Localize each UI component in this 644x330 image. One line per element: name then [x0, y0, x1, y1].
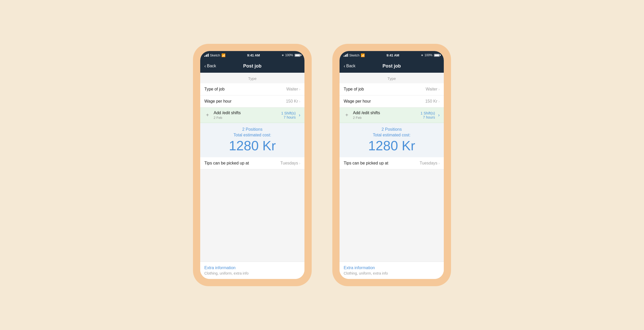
extra-section-2[interactable]: Extra information Clothing, uniform, ext…: [340, 262, 444, 279]
chevron-right-icon-2: ›: [438, 87, 440, 91]
type-of-job-row-2[interactable]: Type of job Waiter ›: [340, 83, 444, 95]
wifi-icon-2: 📶: [361, 53, 365, 57]
signal-bars-icon-2: [344, 54, 348, 57]
battery-percent-2: 100%: [424, 53, 432, 57]
nav-title-2: Post job: [383, 63, 401, 69]
tips-row-2[interactable]: Tips can be picked up at Tuesdays ›: [340, 157, 444, 169]
shifts-count-main-2: 1 Shift(s): [421, 111, 435, 115]
extra-section-1[interactable]: Extra information Clothing, uniform, ext…: [200, 262, 304, 279]
tips-group-1: Tips can be picked up at Tuesdays ›: [200, 157, 304, 169]
wage-per-hour-label-2: Wage per hour: [344, 99, 371, 104]
shifts-chevron-icon-2: ›: [438, 112, 440, 118]
phone-1: Sketch 📶 9:41 AM ∗ 100% ‹ Back Post job: [193, 44, 312, 286]
tips-label-2: Tips can be picked up at: [344, 161, 388, 166]
battery-icon-2: [434, 54, 440, 57]
content-2: Type Type of job Waiter › Wage per hour …: [340, 73, 444, 279]
back-label-2: Back: [346, 64, 356, 68]
content-1: Type Type of job Waiter › Wage per hour …: [200, 73, 304, 279]
status-right-1: ∗ 100%: [281, 53, 300, 57]
phone-1-screen: Sketch 📶 9:41 AM ∗ 100% ‹ Back Post job: [200, 51, 304, 279]
type-of-job-label-1: Type of job: [204, 87, 224, 92]
status-bar-2: Sketch 📶 9:41 AM ∗ 100%: [340, 51, 444, 59]
chevron-right-icon: ›: [299, 87, 300, 91]
wage-per-hour-label-1: Wage per hour: [204, 99, 231, 104]
extra-subtitle-1: Clothing, uniform, extra info: [204, 271, 300, 275]
tips-row-1[interactable]: Tips can be picked up at Tuesdays ›: [200, 157, 304, 169]
phone-2-screen: Sketch 📶 9:41 AM ∗ 100% ‹ Back Post job: [340, 51, 444, 279]
list-group-1: Type of job Waiter › Wage per hour 150 K…: [200, 83, 304, 108]
shifts-title-1: Add /edit shifts: [214, 111, 278, 115]
shifts-row-1[interactable]: + Add /edit shifts 2 Feb 1 Shift(s) 7 ho…: [200, 108, 304, 123]
extra-subtitle-2: Clothing, uniform, extra info: [344, 271, 440, 275]
wage-per-hour-row-2[interactable]: Wage per hour 150 Kr ›: [340, 95, 444, 108]
back-chevron-icon-2: ‹: [344, 63, 345, 69]
nav-bar-2: ‹ Back Post job: [340, 59, 444, 73]
back-chevron-icon: ‹: [204, 63, 206, 69]
wage-per-hour-value-1: 150 Kr ›: [286, 99, 300, 104]
battery-percent: 100%: [285, 53, 293, 57]
wage-per-hour-value-2: 150 Kr ›: [425, 99, 440, 104]
chevron-right-icon: ›: [299, 99, 300, 103]
chevron-right-icon-2b: ›: [438, 99, 440, 103]
shifts-count-1: 1 Shift(s) 7 hours: [281, 111, 296, 119]
shifts-count-main-1: 1 Shift(s): [281, 111, 296, 115]
type-section-header-1: Type: [200, 73, 304, 83]
shifts-subtitle-2: 2 Feb: [353, 116, 417, 120]
time-display-1: 9:41 AM: [247, 53, 260, 57]
type-of-job-row-1[interactable]: Type of job Waiter ›: [200, 83, 304, 95]
tips-value-1: Tuesdays ›: [280, 161, 300, 166]
battery-fill-2: [434, 54, 439, 56]
shifts-info-2: Add /edit shifts 2 Feb: [353, 111, 417, 120]
battery-fill: [295, 54, 300, 56]
wage-per-hour-row-1[interactable]: Wage per hour 150 Kr ›: [200, 95, 304, 108]
status-left-1: Sketch 📶: [204, 53, 226, 57]
extra-title-1: Extra information: [204, 266, 300, 270]
shifts-subtitle-1: 2 Feb: [214, 116, 278, 120]
type-of-job-value-1: Waiter ›: [286, 87, 300, 92]
bluetooth-icon: ∗: [281, 53, 284, 57]
tips-value-2: Tuesdays ›: [420, 161, 440, 166]
positions-text-2: 2 Positions: [344, 127, 440, 132]
total-label-1: Total estimated cost:: [204, 133, 300, 137]
total-amount-2: 1280 Kr: [344, 138, 440, 153]
carrier-label: Sketch: [210, 53, 220, 57]
shifts-count-sub-2: 7 hours: [421, 115, 435, 119]
wifi-icon: 📶: [221, 53, 226, 57]
tips-label-1: Tips can be picked up at: [204, 161, 249, 166]
cost-section-2: 2 Positions Total estimated cost: 1280 K…: [340, 123, 444, 157]
shifts-count-2: 1 Shift(s) 7 hours: [421, 111, 435, 119]
extra-title-2: Extra information: [344, 266, 440, 270]
list-group-2: Type of job Waiter › Wage per hour 150 K…: [340, 83, 444, 108]
type-section-header-2: Type: [340, 73, 444, 83]
battery-icon: [295, 54, 300, 57]
phone-2: Sketch 📶 9:41 AM ∗ 100% ‹ Back Post job: [332, 44, 451, 286]
status-right-2: ∗ 100%: [421, 53, 440, 57]
carrier-label-2: Sketch: [349, 53, 360, 57]
bluetooth-icon-2: ∗: [421, 53, 423, 57]
signal-bars-icon: [204, 54, 209, 57]
total-label-2: Total estimated cost:: [344, 133, 440, 137]
nav-bar-1: ‹ Back Post job: [200, 59, 304, 73]
back-label-1: Back: [207, 64, 216, 68]
shifts-plus-icon-1: +: [204, 112, 211, 118]
shifts-info-1: Add /edit shifts 2 Feb: [214, 111, 278, 120]
time-display-2: 9:41 AM: [387, 53, 399, 57]
positions-text-1: 2 Positions: [204, 127, 300, 132]
total-amount-1: 1280 Kr: [204, 138, 300, 153]
back-button-2[interactable]: ‹ Back: [344, 63, 356, 69]
back-button-1[interactable]: ‹ Back: [204, 63, 216, 69]
type-of-job-value-2: Waiter ›: [426, 87, 440, 92]
type-of-job-label-2: Type of job: [344, 87, 364, 92]
shifts-chevron-icon: ›: [299, 112, 300, 118]
tips-group-2: Tips can be picked up at Tuesdays ›: [340, 157, 444, 169]
cost-section-1: 2 Positions Total estimated cost: 1280 K…: [200, 123, 304, 157]
chevron-right-icon-tips-2: ›: [438, 161, 440, 165]
shifts-title-2: Add /edit shifts: [353, 111, 417, 115]
shifts-plus-icon-2: +: [344, 112, 350, 118]
shifts-row-2[interactable]: + Add /edit shifts 2 Feb 1 Shift(s) 7 ho…: [340, 108, 444, 123]
status-left-2: Sketch 📶: [344, 53, 365, 57]
nav-title-1: Post job: [243, 63, 262, 69]
status-bar-1: Sketch 📶 9:41 AM ∗ 100%: [200, 51, 304, 59]
chevron-right-icon: ›: [299, 161, 300, 165]
shifts-count-sub-1: 7 hours: [281, 115, 296, 119]
